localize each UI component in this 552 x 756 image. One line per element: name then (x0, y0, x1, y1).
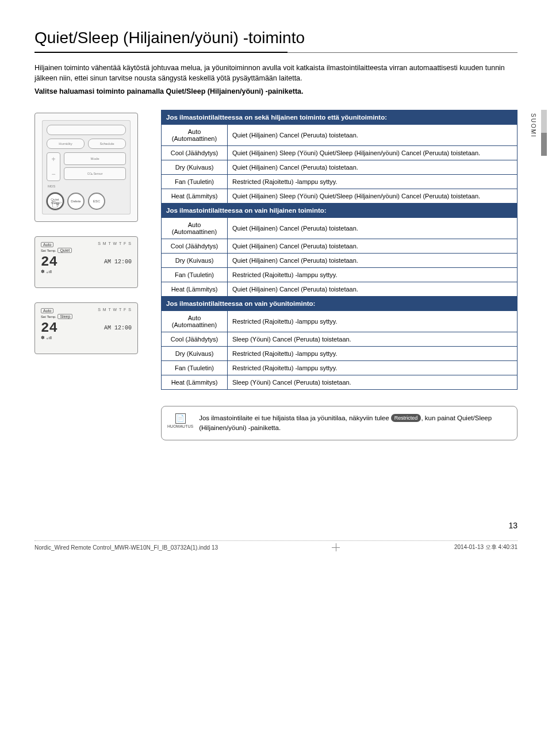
intro-block: Hiljainen toiminto vähentää käytöstä joh… (34, 63, 518, 97)
mode-label: Heat (Lämmitys) (162, 189, 228, 203)
mode-description: Quiet (Hiljainen) Cancel (Peruuta) toist… (228, 160, 518, 174)
mode-label: Dry (Kuivaus) (162, 160, 228, 174)
note-box: 📄 HUOMAUTUS Jos ilmastointilaite ei tue … (161, 406, 518, 441)
mode-description: Quiet (Hiljainen) Cancel (Peruuta) toist… (228, 253, 518, 267)
mode-label: Auto (Automaattinen) (162, 124, 228, 145)
mode-label: Cool (Jäähdytys) (162, 239, 228, 253)
mode-description: Quiet (Hiljainen) Cancel (Peruuta) toist… (228, 239, 518, 253)
lcd-time: AM 12:00 (104, 259, 132, 265)
intro-para-2: Valitse haluamasi toiminto painamalla Qu… (34, 87, 518, 97)
mode-description: Restricted (Rajoitettu) -lamppu syttyy. (228, 174, 518, 189)
mode-description: Quiet (Hiljainen) Cancel (Peruuta) toist… (228, 217, 518, 239)
language-label: SUOMI (529, 110, 538, 156)
note-icon: 📄 (175, 413, 186, 424)
mode-description: Sleep (Yöuni) Cancel (Peruuta) toistetaa… (228, 332, 518, 346)
mode-label: Auto (Automaattinen) (162, 217, 228, 239)
mode-description: Quiet (Hiljainen) Cancel (Peruuta) toist… (228, 124, 518, 145)
lcd-quiet-tag: Quiet (57, 248, 72, 253)
page-title: Quiet/Sleep (Hiljainen/yöuni) -toiminto (34, 29, 518, 47)
mode-label: Dry (Kuivaus) (162, 346, 228, 360)
mode-description: Restricted (Rajoitettu) -lamppu syttyy. (228, 267, 518, 282)
mode-description: Restricted (Rajoitettu) -lamppu syttyy. (228, 346, 518, 360)
lcd-temp: 24 (41, 255, 57, 269)
mode-description: Quiet (Hiljainen) Sleep (Yöuni) Quiet/Sl… (228, 189, 518, 203)
print-footer: Nordic_Wired Remote Control_MWR-WE10N_FI… (34, 540, 518, 551)
mode-label: Heat (Lämmitys) (162, 375, 228, 389)
intro-para-1: Hiljainen toiminto vähentää käytöstä joh… (34, 63, 518, 83)
mode-description: Restricted (Rajoitettu) -lamppu syttyy. (228, 310, 518, 332)
mode-label: Cool (Jäähdytys) (162, 332, 228, 346)
mode-label: Fan (Tuuletin) (162, 267, 228, 282)
mode-label: Fan (Tuuletin) (162, 174, 228, 189)
mode-description: Sleep (Yöuni) Cancel (Peruuta) toistetaa… (228, 375, 518, 389)
lcd-display-1: Auto Set Temp. Quiet S M T W T F S 24 AM… (34, 236, 138, 288)
mode-description: Restricted (Rajoitettu) -lamppu syttyy. (228, 360, 518, 375)
mode-table: Jos ilmastointilaitteessa on sekä hiljai… (161, 110, 518, 390)
mode-label: Heat (Lämmitys) (162, 282, 228, 296)
footer-filename: Nordic_Wired Remote Control_MWR-WE10N_FI… (34, 544, 218, 551)
mode-label: Auto (Automaattinen) (162, 310, 228, 332)
lcd-display-2: Auto Set Temp. Sleep S M T W T F S 24 AM… (34, 302, 138, 354)
title-rule (34, 52, 518, 53)
finger-pointer-icon (51, 197, 67, 213)
section-header: Jos ilmastointilaitteessa on vain hiljai… (162, 203, 518, 217)
restricted-badge: Restricted (391, 414, 421, 422)
note-text: Jos ilmastointilaite ei tue hiljaista ti… (199, 413, 509, 433)
page-number: 13 (34, 521, 518, 530)
footer-timestamp: 2014-01-13 오후 4:40:31 (454, 543, 518, 551)
lcd-sleep-tag: Sleep (57, 314, 72, 319)
mode-description: Quiet (Hiljainen) Sleep (Yöuni) Quiet/Sl… (228, 145, 518, 160)
lcd-mode-tag: Auto (41, 242, 53, 247)
crop-mark-icon (332, 543, 340, 551)
illustration-column: HumiditySchedule +− Mode CO₂ Sensor MDS … (34, 110, 144, 441)
quiet-sleep-button-icon: QuietSleep (47, 193, 64, 210)
mode-label: Dry (Kuivaus) (162, 253, 228, 267)
mode-label: Fan (Tuuletin) (162, 360, 228, 375)
section-header: Jos ilmastointilaitteessa on vain yöunit… (162, 296, 518, 310)
remote-illustration: HumiditySchedule +− Mode CO₂ Sensor MDS … (34, 113, 138, 222)
language-tab: SUOMI (523, 110, 552, 156)
section-header: Jos ilmastointilaitteessa on sekä hiljai… (162, 110, 518, 124)
note-label: HUOMAUTUS (167, 424, 193, 430)
mode-label: Cool (Jäähdytys) (162, 145, 228, 160)
mode-description: Quiet (Hiljainen) Cancel (Peruuta) toist… (228, 282, 518, 296)
